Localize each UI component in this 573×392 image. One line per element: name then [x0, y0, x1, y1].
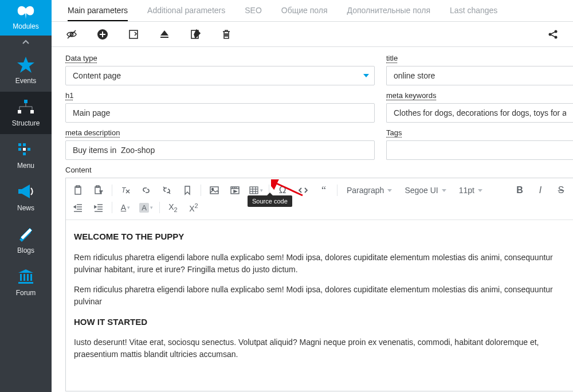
label-content: Content — [65, 166, 573, 174]
content-paragraph: Rem ridiculus pharetra eligendi labore n… — [74, 252, 565, 276]
eject-button[interactable] — [158, 28, 171, 41]
clear-format-icon[interactable]: T — [118, 183, 133, 198]
svg-rect-16 — [30, 274, 32, 281]
svg-line-39 — [163, 187, 165, 189]
tab-seo[interactable]: SEO — [245, 6, 262, 21]
sidebar-modules[interactable]: Modules — [0, 0, 52, 36]
svg-rect-14 — [23, 274, 25, 281]
bookmark-icon[interactable] — [180, 183, 195, 198]
input-tags[interactable] — [386, 140, 573, 160]
svg-point-28 — [555, 36, 558, 38]
svg-rect-48 — [250, 187, 258, 194]
select-data-type[interactable] — [65, 66, 375, 85]
bg-color-icon[interactable]: A▾ — [139, 200, 154, 215]
input-title[interactable] — [386, 66, 573, 85]
svg-line-29 — [551, 32, 555, 34]
svg-rect-13 — [20, 274, 22, 281]
superscript-icon[interactable]: X2 — [186, 200, 201, 215]
label-title: title — [386, 54, 573, 62]
caret-down-icon — [363, 74, 369, 77]
svg-text:T: T — [121, 186, 127, 194]
svg-rect-6 — [30, 110, 34, 113]
unlink-icon[interactable] — [159, 183, 174, 198]
content-heading: WELCOME TO THE PUPPY — [74, 230, 565, 244]
visibility-toggle[interactable] — [65, 28, 78, 41]
svg-rect-12 — [23, 152, 26, 155]
label-data-type: Data type — [65, 54, 375, 62]
tab-last-changes[interactable]: Last changes — [450, 6, 497, 21]
sidebar-item-forum[interactable]: Forum — [0, 261, 52, 304]
source-code-icon[interactable] — [296, 183, 311, 198]
svg-line-30 — [551, 35, 555, 37]
svg-rect-10 — [23, 148, 26, 151]
tooltip-source-code: Source code — [248, 195, 292, 207]
sidebar-item-label: Events — [15, 77, 37, 85]
outdent-icon[interactable] — [70, 200, 85, 215]
sidebar-item-menu[interactable]: Menu — [0, 134, 52, 177]
editor-content[interactable]: WELCOME TO THE PUPPY Rem ridiculus phare… — [66, 220, 573, 391]
media-icon[interactable] — [227, 183, 242, 198]
menu-icon — [16, 141, 36, 158]
strike-icon[interactable]: S — [554, 183, 568, 198]
rich-text-editor: T T ▾ Ω “ — [65, 178, 573, 391]
svg-rect-5 — [18, 110, 21, 113]
sidebar-item-label: News — [17, 204, 34, 212]
sidebar-item-label: Menu — [17, 162, 34, 170]
svg-rect-31 — [75, 187, 81, 194]
image-icon[interactable] — [207, 183, 222, 198]
sidebar-item-events[interactable]: Events — [0, 49, 52, 92]
star-icon — [16, 56, 36, 73]
fontsize-dropdown[interactable]: 11pt — [456, 186, 486, 195]
paragraph-dropdown[interactable]: Paragraph — [343, 186, 395, 195]
content-paragraph: Iusto deserunt! Vitae erat, sociosqu sen… — [74, 336, 565, 360]
label-h1: h1 — [65, 91, 375, 100]
italic-icon[interactable]: I — [533, 183, 548, 198]
megaphone-icon — [16, 183, 36, 201]
select-data-type-value[interactable] — [65, 66, 375, 85]
input-meta-keywords[interactable] — [386, 103, 573, 123]
svg-point-26 — [555, 30, 558, 33]
tab-common-fields[interactable]: Общие поля — [281, 6, 328, 21]
tab-main-parameters[interactable]: Main parameters — [68, 6, 128, 21]
sidebar-item-label: Structure — [12, 119, 40, 127]
subscript-icon[interactable]: X2 — [166, 200, 180, 215]
text-color-icon[interactable]: A▾ — [118, 200, 133, 215]
sidebar-modules-label: Modules — [13, 22, 38, 30]
butterfly-icon — [17, 5, 35, 21]
tab-additional-fields[interactable]: Дополнительные поля — [347, 6, 431, 21]
svg-rect-17 — [18, 282, 33, 284]
link-icon[interactable] — [139, 183, 154, 198]
svg-line-40 — [168, 192, 170, 194]
input-meta-description[interactable] — [65, 140, 375, 160]
sidebar-item-news[interactable]: News — [0, 177, 52, 219]
blockquote-icon[interactable]: “ — [316, 183, 331, 198]
delete-button[interactable] — [220, 28, 233, 41]
font-dropdown[interactable]: Segoe UI — [401, 186, 449, 195]
window-button[interactable] — [127, 28, 140, 41]
edit-button[interactable] — [189, 28, 202, 41]
add-button[interactable] — [96, 28, 109, 41]
svg-point-42 — [212, 189, 214, 190]
content-heading: HOW IT STARTED — [74, 316, 565, 329]
svg-point-27 — [549, 33, 552, 36]
sidebar-item-label: Forum — [16, 289, 36, 297]
share-button[interactable] — [547, 28, 559, 41]
sidebar: Modules Events Structure Menu News Blogs… — [0, 0, 52, 392]
sidebar-collapse[interactable] — [0, 36, 52, 49]
svg-rect-0 — [24, 100, 28, 103]
svg-rect-9 — [18, 148, 21, 151]
label-meta-description: meta description — [65, 128, 375, 137]
structure-icon — [16, 99, 36, 116]
svg-rect-43 — [231, 187, 239, 194]
sidebar-item-structure[interactable]: Structure — [0, 92, 52, 134]
tab-additional-parameters[interactable]: Additional parameters — [147, 6, 225, 21]
indent-icon[interactable] — [91, 200, 106, 215]
form: Data type title h1 meta keywords — [52, 47, 573, 391]
bold-icon[interactable]: B — [512, 183, 527, 198]
paste-text-icon[interactable]: T — [91, 183, 106, 198]
sidebar-item-blogs[interactable]: Blogs — [0, 219, 52, 261]
paste-icon[interactable] — [70, 183, 85, 198]
pencils-icon — [16, 226, 36, 243]
editor-toolbar: T T ▾ Ω “ — [66, 178, 573, 220]
input-h1[interactable] — [65, 103, 375, 123]
